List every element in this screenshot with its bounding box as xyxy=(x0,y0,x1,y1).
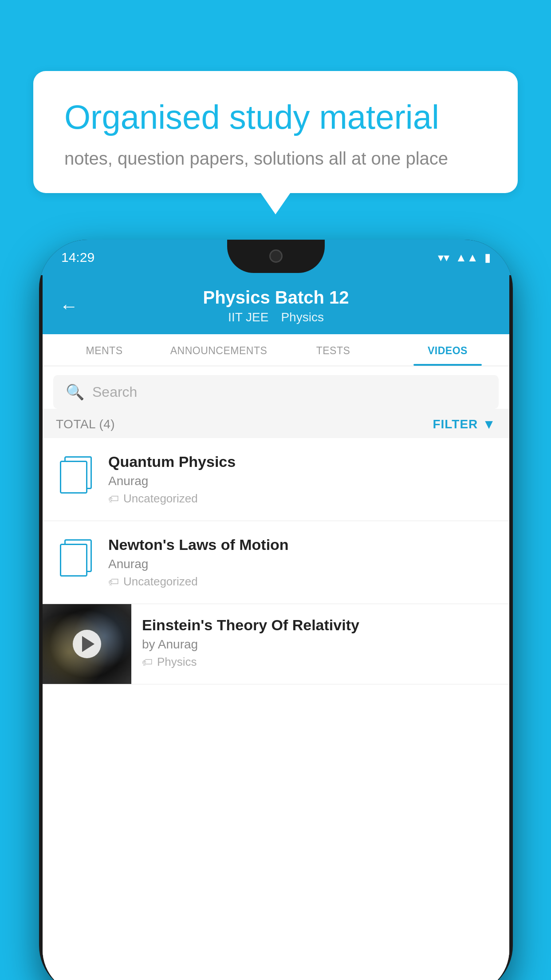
tag-label: Uncategorized xyxy=(123,492,198,506)
list-item-video[interactable]: Einstein's Theory Of Relativity by Anura… xyxy=(43,604,509,684)
screen-subtitle: IIT JEE Physics xyxy=(203,310,349,324)
item-author: Anurag xyxy=(108,474,496,488)
document-stack-icon xyxy=(60,456,92,494)
item-title: Quantum Physics xyxy=(108,453,496,470)
tag-icon: 🏷 xyxy=(108,576,119,588)
wifi-icon: ▾▾ xyxy=(438,251,449,265)
search-container: 🔍 Search xyxy=(43,366,509,409)
screen-title: Physics Batch 12 xyxy=(203,288,349,308)
search-placeholder-text: Search xyxy=(92,384,137,400)
tag-label: Physics xyxy=(157,655,197,669)
tag-icon: 🏷 xyxy=(108,493,119,505)
item-tag: 🏷 Uncategorized xyxy=(108,492,496,506)
filter-funnel-icon: ▼ xyxy=(482,417,496,432)
camera xyxy=(269,249,283,263)
doc-icon-2 xyxy=(56,538,96,578)
search-icon: 🔍 xyxy=(66,383,84,401)
video-title: Einstein's Theory Of Relativity xyxy=(142,616,499,634)
app-top-bar: ← Physics Batch 12 IIT JEE Physics xyxy=(43,275,509,334)
back-button[interactable]: ← xyxy=(59,296,78,317)
status-time: 14:29 xyxy=(61,250,94,265)
item-title: Newton's Laws of Motion xyxy=(108,536,496,553)
filter-row: TOTAL (4) FILTER ▼ xyxy=(43,409,509,438)
video-content: Einstein's Theory Of Relativity by Anura… xyxy=(131,604,509,681)
phone-frame: 14:29 ▾▾ ▲▲ ▮ ← Physics Batch 12 IIT JEE… xyxy=(39,240,513,980)
subtitle-course: IIT JEE xyxy=(228,310,268,324)
search-box[interactable]: 🔍 Search xyxy=(53,375,499,409)
total-count: TOTAL (4) xyxy=(56,417,115,431)
hero-section: Organised study material notes, question… xyxy=(33,71,518,193)
hero-headline: Organised study material xyxy=(64,98,487,136)
video-author: by Anurag xyxy=(142,637,499,652)
document-stack-icon xyxy=(60,539,92,577)
subtitle-subject: Physics xyxy=(281,310,323,324)
list-item[interactable]: Quantum Physics Anurag 🏷 Uncategorized xyxy=(43,438,509,521)
doc-icon-1 xyxy=(56,455,96,495)
app-screen: ← Physics Batch 12 IIT JEE Physics MENTS… xyxy=(43,275,509,980)
signal-icon: ▲▲ xyxy=(456,251,478,265)
tab-bar: MENTS ANNOUNCEMENTS TESTS VIDEOS xyxy=(43,334,509,366)
hero-subheadline: notes, question papers, solutions all at… xyxy=(64,149,487,169)
list-item[interactable]: Newton's Laws of Motion Anurag 🏷 Uncateg… xyxy=(43,521,509,604)
item-content-2: Newton's Laws of Motion Anurag 🏷 Uncateg… xyxy=(108,536,496,589)
video-list: Quantum Physics Anurag 🏷 Uncategorized xyxy=(43,438,509,980)
screen-title-block: Physics Batch 12 IIT JEE Physics xyxy=(203,288,349,324)
tag-label: Uncategorized xyxy=(123,575,198,589)
tab-tests[interactable]: TESTS xyxy=(276,334,390,366)
tab-videos[interactable]: VIDEOS xyxy=(390,334,505,366)
play-button[interactable] xyxy=(73,630,101,658)
item-author: Anurag xyxy=(108,557,496,571)
speech-bubble: Organised study material notes, question… xyxy=(33,71,518,193)
doc-front xyxy=(60,461,87,494)
video-thumbnail xyxy=(43,604,131,684)
filter-button[interactable]: FILTER ▼ xyxy=(433,417,496,432)
tag-icon: 🏷 xyxy=(142,656,153,668)
play-icon xyxy=(82,636,94,652)
video-tag: 🏷 Physics xyxy=(142,655,499,669)
item-content-1: Quantum Physics Anurag 🏷 Uncategorized xyxy=(108,453,496,506)
doc-front xyxy=(60,544,87,577)
battery-icon: ▮ xyxy=(484,251,491,265)
tab-announcements[interactable]: ANNOUNCEMENTS xyxy=(161,334,276,366)
tab-ments[interactable]: MENTS xyxy=(47,334,161,366)
item-tag: 🏷 Uncategorized xyxy=(108,575,496,589)
status-icons: ▾▾ ▲▲ ▮ xyxy=(438,251,491,265)
